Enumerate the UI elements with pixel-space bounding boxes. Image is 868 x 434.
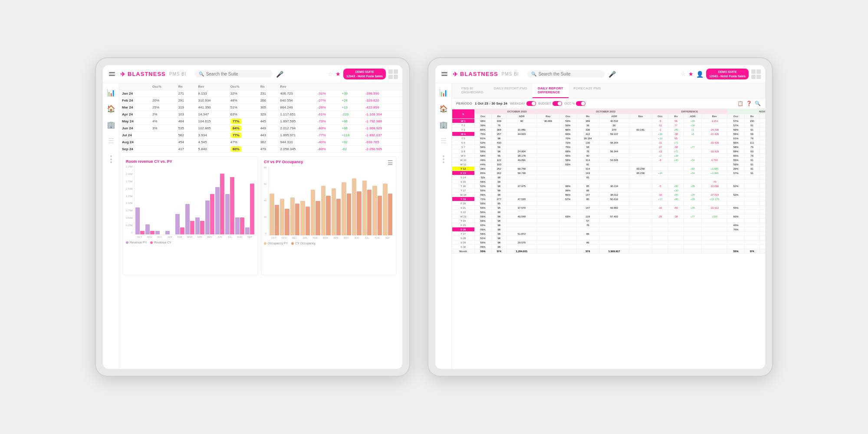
rn3 <box>744 180 760 184</box>
bar-py <box>135 207 140 234</box>
d1rev <box>701 236 727 240</box>
report-grid[interactable]: S OCTOBER 2023 OCTOBER 2022 DIFFERENCE N… <box>452 109 765 349</box>
occ-toggle[interactable]: OCC % <box>565 101 586 106</box>
adr1: 27.975 <box>506 184 536 188</box>
right-mic-icon[interactable]: 🎤 <box>608 71 616 78</box>
right-nav-icons: ☆ ★ 👤 DEMO SUITE 12043 - Hotel Fuxia Sal… <box>681 69 761 79</box>
rn1: 252 <box>491 167 506 171</box>
legend-label-occ-cy: CY Occupancy <box>295 242 316 245</box>
adr2: 1.509.917 <box>599 249 629 253</box>
report-row: W 1855% 98 86% 147 38.012 -16 +80 +28 -2… <box>452 193 766 197</box>
report-row: T 1652% 98 27.975 99% 85 30.134 -5 +80 +… <box>452 184 766 188</box>
mic-icon[interactable]: 🎤 <box>276 71 283 78</box>
occ3: 60% <box>727 214 744 219</box>
right-logo-icon: ✈ <box>453 71 458 78</box>
star-icon[interactable]: ☆ <box>328 71 333 77</box>
weekday-toggle[interactable]: WEEKDAY <box>510 101 536 106</box>
rn3: 76 <box>744 145 760 149</box>
legend-label-occ-py: Occupancy PY <box>268 242 288 245</box>
budget-toggle[interactable]: BUDGET <box>539 101 562 106</box>
col-diff1 <box>315 83 339 90</box>
right-hamburger-menu[interactable] <box>440 70 449 78</box>
right-search-input[interactable] <box>539 72 601 76</box>
right-user-icon[interactable]: 👤 <box>696 71 704 78</box>
d1occ: -20 <box>652 214 668 219</box>
right-icon3[interactable]: 🔍 <box>755 101 761 106</box>
chart-menu-icon[interactable]: ☰ <box>388 159 393 166</box>
adr3: 19.702 <box>760 162 765 167</box>
cell-rev: 104.615 <box>196 118 228 125</box>
tab-pms-bi-dashboard[interactable]: PMS BIDASHBOARD <box>456 83 489 98</box>
occ3: 55% <box>727 206 744 210</box>
bar-label: JAN <box>165 236 174 238</box>
occ2 <box>559 232 576 236</box>
d1rn: -38 <box>668 132 684 136</box>
adr2 <box>599 180 629 184</box>
adr3 <box>760 214 765 219</box>
adr1 <box>506 136 536 141</box>
th-rev2: Rev <box>629 114 652 119</box>
weekday-switch[interactable] <box>526 101 536 106</box>
search-bar[interactable]: 🔍 <box>194 70 273 78</box>
tab-daily-report-pms[interactable]: DAILY REPORT PMS <box>489 83 533 98</box>
rn1: 430 <box>491 141 506 145</box>
budget-switch[interactable] <box>552 101 562 106</box>
rn2: 57 <box>576 219 599 223</box>
sidebar-menu-icon[interactable]: ☰ <box>106 135 116 147</box>
occ2 <box>559 171 576 175</box>
right-icon2[interactable]: ❓ <box>746 101 752 106</box>
occ1: 59% <box>474 219 491 223</box>
right-sidebar-chart-icon[interactable]: 📊 <box>437 87 450 99</box>
right-star-filled-icon[interactable]: ★ <box>688 71 694 77</box>
right-sidebar-home-icon[interactable]: 🏠 <box>437 103 450 115</box>
left-screen-body: 📊 🏠 🏢 ☰ Occ% Rn Rev <box>103 83 402 369</box>
occ2 <box>559 180 576 184</box>
report-row: W 2355% 98 40.548 63% 119 57.402 -20 -38… <box>452 214 766 219</box>
hamburger-menu[interactable] <box>107 70 117 78</box>
occ2: 56% <box>559 154 576 158</box>
occ-bar-group <box>280 199 289 235</box>
rn1: 95 <box>491 206 506 210</box>
occ1: 28% <box>474 167 491 171</box>
d1rev <box>701 188 727 193</box>
adr2 <box>599 136 629 141</box>
tab-daily-report-difference[interactable]: DAILY REPORTDIFFERENCE <box>533 83 569 98</box>
rn1: 98 <box>491 223 506 227</box>
rn1: 99 <box>491 210 506 214</box>
right-sidebar-menu-icon[interactable]: ☰ <box>439 135 448 147</box>
occ3 <box>727 201 744 206</box>
d1adr <box>684 201 701 206</box>
occ-bar-label: JAN <box>300 237 310 239</box>
grid-icon[interactable] <box>388 69 398 79</box>
right-star-icon[interactable]: ☆ <box>681 71 686 77</box>
adr3 <box>760 201 765 206</box>
occ2: 70% <box>559 136 576 141</box>
cell-rev: 8.133 <box>196 90 228 97</box>
occ-switch[interactable] <box>576 101 585 106</box>
sidebar-chart-icon[interactable]: 📊 <box>105 87 117 99</box>
rn3 <box>744 214 760 219</box>
star-filled-icon[interactable]: ★ <box>335 71 341 77</box>
search-input[interactable] <box>206 72 268 76</box>
left-tablet: ✈ BLASTNESS PMS BI 🔍 🎤 ☆ ★ DEMO SUITE 12… <box>95 57 410 377</box>
d1adr: +77 <box>684 214 701 219</box>
d1occ: +10 <box>652 136 668 141</box>
adr2 <box>599 188 629 193</box>
rn3: 91 <box>744 123 760 128</box>
right-grid-icon[interactable] <box>751 69 761 79</box>
d1occ: -9 <box>652 158 668 162</box>
cell-occ2: 32% <box>228 90 258 97</box>
sidebar-building-icon[interactable]: 🏢 <box>105 119 117 131</box>
tab-forecast-pms[interactable]: FORECAST PMS <box>569 83 606 98</box>
d1rn: 55 <box>668 136 684 141</box>
right-icon1[interactable]: 📋 <box>737 101 743 106</box>
rn2: 38.154 <box>576 136 599 141</box>
adr1: 51.872 <box>506 232 536 236</box>
occ-bar-group <box>311 190 320 235</box>
right-search-bar[interactable]: 🔍 <box>527 70 605 78</box>
table-row: Aug 24 454 4.545 47% 362 944.310 -40% +9… <box>119 139 402 146</box>
right-sidebar-building-icon[interactable]: 🏢 <box>437 119 450 131</box>
rn3: 91 <box>744 128 760 132</box>
rev1 <box>537 227 559 232</box>
sidebar-home-icon[interactable]: 🏠 <box>105 103 117 115</box>
